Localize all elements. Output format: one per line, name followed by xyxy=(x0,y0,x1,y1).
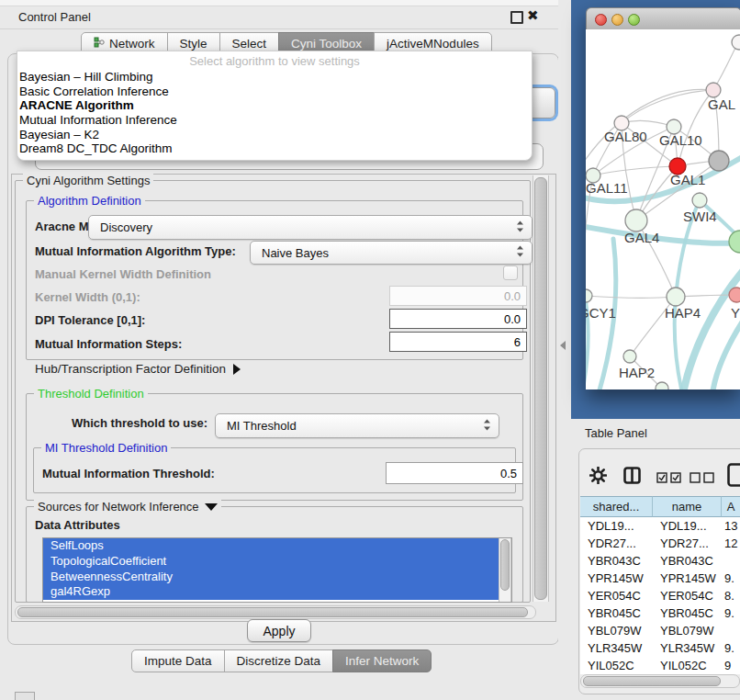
node-label-salmon: Y xyxy=(731,305,740,321)
table-row[interactable]: YER054CYER054C8. xyxy=(580,587,740,604)
node-label-hap2: HAP2 xyxy=(619,365,655,380)
network-nodes xyxy=(586,35,740,390)
columns-icon[interactable] xyxy=(623,467,641,488)
network-canvas[interactable]: GAL GAL80 GAL10 GAL1 GAL11 SWI4 GAL4 GCY… xyxy=(586,29,740,390)
mi-steps-field[interactable]: 6 xyxy=(389,332,527,352)
mi-threshold-group-title: MI Threshold Definition xyxy=(41,441,171,455)
network-graph xyxy=(586,29,740,390)
gear-icon[interactable] xyxy=(589,467,607,488)
data-attributes-label: Data Attributes xyxy=(35,518,120,532)
tab-infer-network[interactable]: Infer Network xyxy=(332,649,432,672)
table-row[interactable]: YBL079WYBL079W xyxy=(580,622,740,639)
control-panel-title: Control Panel xyxy=(18,10,91,24)
table-panel-title: Table Panel xyxy=(585,426,647,440)
menu-item-aracne[interactable]: ARACNE Algorithm xyxy=(17,98,532,113)
mi-algorithm-type-combo[interactable]: Naive Bayes xyxy=(250,241,533,265)
mi-algorithm-type-value: Naive Bayes xyxy=(262,246,329,260)
close-icon[interactable]: ✖ xyxy=(527,7,539,24)
aracne-mode-value: Discovery xyxy=(100,220,152,234)
node-partial-top[interactable] xyxy=(732,35,740,50)
data-attributes-list: SelfLoops TopologicalCoefficient Between… xyxy=(42,537,512,603)
node-label-gal11: GAL11 xyxy=(586,180,628,196)
list-item-betweenness[interactable]: BetweennessCentrality xyxy=(43,570,511,585)
chevron-updown-icon xyxy=(483,418,491,434)
table-row[interactable]: YLR345WYLR345W9. xyxy=(580,639,740,657)
table-body: YDL19...YDL19...13 YDR27...YDR27...12 YB… xyxy=(580,517,740,674)
node-gray-hub[interactable] xyxy=(709,151,729,171)
column-header-name[interactable]: name xyxy=(653,496,722,517)
window-top-edge xyxy=(0,0,562,6)
node-label-gal4: GAL4 xyxy=(624,230,659,245)
mi-threshold-field[interactable]: 0.5 xyxy=(386,462,523,484)
sources-group-header[interactable]: Sources for Network Inference xyxy=(34,500,221,514)
which-threshold-combo[interactable]: MI Threshold xyxy=(215,413,499,438)
node-hap4[interactable] xyxy=(667,288,685,306)
menu-item-bayesian-hill[interactable]: Bayesian – Hill Climbing xyxy=(17,70,532,85)
collapsed-panel-icon[interactable] xyxy=(15,692,35,700)
kernel-width-label: Kernel Width (0,1): xyxy=(35,290,140,304)
node-label-gal10: GAL10 xyxy=(659,132,702,148)
deselect-all-icon[interactable] xyxy=(690,470,714,487)
minimize-traffic-light[interactable] xyxy=(611,14,623,26)
list-item-topological[interactable]: TopologicalCoefficient xyxy=(43,554,511,570)
menu-item-dream8[interactable]: Dream8 DC_TDC Algorithm xyxy=(17,141,532,156)
table-row[interactable]: YBR045CYBR045C9. xyxy=(580,604,740,622)
tab-label: Discretize Data xyxy=(237,650,321,672)
tab-label: Infer Network xyxy=(345,650,419,672)
bottom-tabbar: Impute Data Discretize Data Infer Networ… xyxy=(131,649,432,672)
zoom-traffic-light[interactable] xyxy=(628,14,640,26)
node-gal4[interactable] xyxy=(625,209,647,231)
node-hap2[interactable] xyxy=(623,350,636,363)
settings-vertical-scrollbar[interactable] xyxy=(533,175,549,602)
node-table: shared... name A YDL19...YDL19...13 YDR2… xyxy=(580,496,740,674)
attr-list-scrollbar[interactable] xyxy=(499,538,511,602)
manual-kernel-checkbox[interactable] xyxy=(503,265,518,280)
manual-kernel-label: Manual Kernel Width Definition xyxy=(35,267,211,281)
chevron-updown-icon xyxy=(516,220,524,235)
close-traffic-light[interactable] xyxy=(595,14,607,26)
table-row[interactable]: YIL052CYIL052C9 xyxy=(580,657,740,674)
column-header-partial[interactable]: A xyxy=(722,496,740,517)
node-label-gal80: GAL80 xyxy=(604,129,647,144)
node-gcy1[interactable] xyxy=(586,289,592,302)
node-label-swi4: SWI4 xyxy=(683,209,717,224)
table-horizontal-scrollbar[interactable] xyxy=(580,674,740,688)
network-window-titlebar[interactable] xyxy=(586,7,740,31)
table-row[interactable]: YBR043CYBR043C xyxy=(580,552,740,570)
column-header-shared-name[interactable]: shared... xyxy=(580,496,653,517)
document-icon[interactable] xyxy=(727,463,740,491)
menu-item-basic-correlation[interactable]: Basic Correlation Inference xyxy=(17,85,532,99)
chevron-updown-icon xyxy=(516,245,524,261)
node-salmon[interactable] xyxy=(729,288,740,302)
which-threshold-label: Which threshold to use: xyxy=(72,416,207,430)
dpi-tolerance-field[interactable]: 0.0 xyxy=(389,309,527,329)
node-gal[interactable] xyxy=(706,83,721,97)
node-label-gal1: GAL1 xyxy=(670,172,705,187)
node-partial-bottom[interactable] xyxy=(656,382,668,390)
menu-item-bayesian-k2[interactable]: Bayesian – K2 xyxy=(17,128,532,142)
settings-horizontal-scrollbar[interactable] xyxy=(15,605,536,619)
hub-definition-expander[interactable]: Hub/Transcription Factor Definition xyxy=(35,362,241,376)
list-item-gal4rgexp[interactable]: gal4RGexp xyxy=(43,584,511,600)
node-big-green[interactable] xyxy=(729,231,740,253)
float-panel-icon[interactable] xyxy=(510,11,523,24)
tab-impute-data[interactable]: Impute Data xyxy=(131,649,225,672)
node-label-gal: GAL xyxy=(708,96,735,112)
aracne-mode-combo[interactable]: Discovery xyxy=(88,215,533,240)
node-swi4[interactable] xyxy=(692,193,707,208)
network-window: GAL GAL80 GAL10 GAL1 GAL11 SWI4 GAL4 GCY… xyxy=(586,7,740,390)
tab-label: Impute Data xyxy=(144,650,212,672)
list-item-selfloops[interactable]: SelfLoops xyxy=(43,538,511,554)
apply-button[interactable]: Apply xyxy=(247,619,311,642)
split-divider-arrow[interactable] xyxy=(560,341,566,350)
menu-item-mutual-information[interactable]: Mutual Information Inference xyxy=(17,113,532,128)
table-row[interactable]: YDL19...YDL19...13 xyxy=(580,517,740,535)
expander-down-icon xyxy=(205,503,218,511)
table-row[interactable]: YPR145WYPR145W9. xyxy=(580,570,740,587)
select-all-icon[interactable] xyxy=(656,470,681,487)
algorithm-dropdown-popup: Select algorithm to view settings Bayesi… xyxy=(17,51,533,161)
tab-discretize-data[interactable]: Discretize Data xyxy=(224,649,334,672)
table-header-row: shared... name A xyxy=(580,496,740,517)
kernel-width-field[interactable]: 0.0 xyxy=(389,286,527,306)
table-row[interactable]: YDR27...YDR27...12 xyxy=(580,535,740,552)
